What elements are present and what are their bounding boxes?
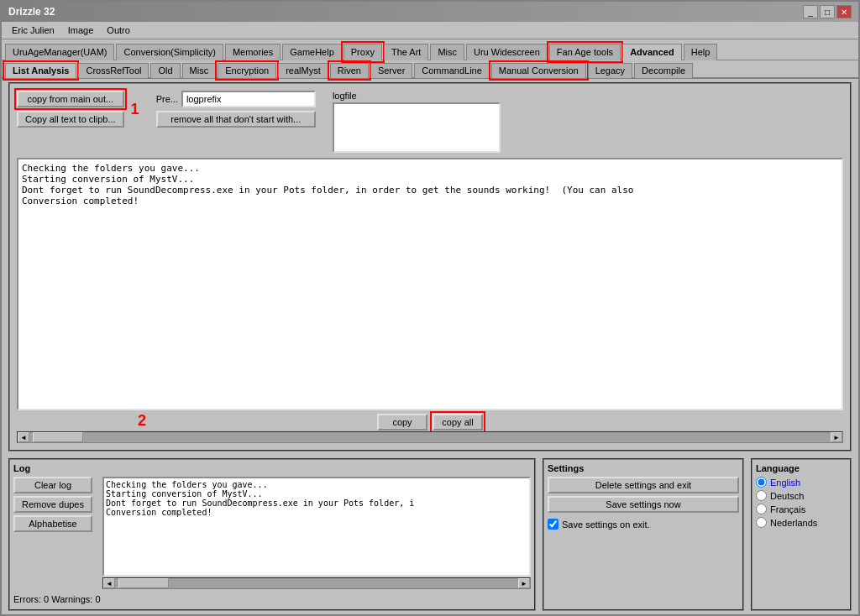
title-controls: _ □ ✕ (803, 5, 852, 18)
menu-bar: Eric Julien Image Outro (2, 22, 858, 39)
logfile-label: logfile (333, 91, 501, 101)
output-buttons-row: copy copy all 2 (17, 414, 843, 431)
log-buttons: Clear log Remove dupes Alphabetise (13, 477, 92, 589)
language-panel: Language English Deutsch Français Nederl… (751, 458, 852, 611)
save-settings-button[interactable]: Save settings now (548, 496, 739, 513)
radio-nederlands-input[interactable] (756, 517, 767, 528)
log-errors: Errors: 0 Warnings: 0 (13, 593, 531, 606)
subtab-list-analysis[interactable]: List Analysis (5, 63, 76, 78)
number-1-label: 1 (131, 101, 139, 118)
menu-eric-julien[interactable]: Eric Julien (5, 23, 61, 37)
tab-advanced[interactable]: Advanced (622, 44, 682, 60)
radio-deutsch-input[interactable] (756, 490, 767, 501)
tab-memories[interactable]: Memories (225, 44, 281, 60)
scroll-right-btn[interactable]: ► (831, 432, 842, 442)
copy-all-text-button[interactable]: Copy all text to clipb... (17, 111, 124, 128)
number-2-label: 2 (138, 412, 146, 430)
log-scroll-left[interactable]: ◄ (103, 578, 115, 588)
maximize-button[interactable]: □ (820, 5, 835, 18)
save-on-exit-row: Save settings on exit. (548, 519, 739, 530)
prefix-input[interactable] (181, 91, 316, 107)
output-container: Checking the folders you gave... Startin… (17, 158, 843, 443)
subtab-encryption[interactable]: Encryption (218, 63, 276, 78)
main-window: Drizzle 32 _ □ ✕ Eric Julien Image Outro… (0, 0, 860, 616)
close-button[interactable]: ✕ (836, 5, 852, 18)
subtab-server[interactable]: Server (370, 63, 412, 78)
copy-button[interactable]: copy (377, 414, 427, 431)
remove-dupes-button[interactable]: Remove dupes (13, 496, 92, 513)
radio-nederlands-label: Nederlands (770, 518, 817, 528)
subtab-commandline[interactable]: CommandLine (414, 63, 490, 78)
tab-uru-age-manager[interactable]: UruAgeManager(UAM) (5, 44, 114, 60)
menu-outro[interactable]: Outro (100, 23, 137, 37)
copy-from-main-out-button[interactable]: copy from main out... (17, 91, 124, 107)
menu-image[interactable]: Image (61, 23, 101, 37)
subtab-crossreftool[interactable]: CrossRefTool (78, 63, 149, 78)
tab-help[interactable]: Help (684, 44, 718, 60)
tab-uru-widescreen[interactable]: Uru Widescreen (466, 44, 548, 60)
output-text-area[interactable]: Checking the folders you gave... Startin… (17, 158, 843, 410)
log-panel: Log Clear log Remove dupes Alphabetise C… (8, 458, 536, 611)
scroll-thumb[interactable] (33, 432, 83, 442)
settings-panel: Settings Delete settings and exit Save s… (543, 458, 744, 611)
main-panel: copy from main out... Copy all text to c… (8, 82, 852, 452)
title-bar: Drizzle 32 _ □ ✕ (2, 2, 858, 22)
clear-log-button[interactable]: Clear log (13, 477, 92, 493)
save-on-exit-label: Save settings on exit. (562, 519, 650, 530)
subtab-realmyst[interactable]: realMyst (278, 63, 328, 78)
log-scrollbar[interactable]: ◄ ► (102, 577, 531, 589)
log-inner: Clear log Remove dupes Alphabetise Check… (13, 477, 531, 589)
tab-the-art[interactable]: The Art (384, 44, 428, 60)
subtab-riven[interactable]: Riven (330, 63, 369, 78)
subtab-misc[interactable]: Misc (182, 63, 217, 78)
tab-fan-age-tools[interactable]: Fan Age tools (549, 44, 621, 60)
prefix-label: Pre... (156, 94, 178, 104)
subtab-manual-conversion[interactable]: Manual Conversion (491, 63, 586, 78)
log-scroll-right[interactable]: ► (518, 578, 530, 588)
bottom-section: Log Clear log Remove dupes Alphabetise C… (2, 455, 858, 614)
radio-english-input[interactable] (756, 477, 767, 488)
output-text: Checking the folders you gave... Startin… (22, 163, 838, 206)
subtab-legacy[interactable]: Legacy (588, 63, 632, 78)
radio-francais-input[interactable] (756, 504, 767, 514)
sub-tabs: List Analysis CrossRefTool Old Misc Encr… (2, 60, 858, 79)
log-text-area[interactable]: Checking the folders you gave... Startin… (102, 477, 531, 577)
minimize-button[interactable]: _ (803, 5, 818, 18)
radio-deutsch-label: Deutsch (770, 491, 804, 501)
language-title: Language (756, 463, 847, 473)
radio-english-label: English (770, 478, 800, 488)
log-scroll-track (115, 578, 518, 588)
subtab-decompile[interactable]: Decompile (634, 63, 693, 78)
radio-deutsch: Deutsch (756, 490, 847, 501)
radio-francais-label: Français (770, 504, 805, 514)
radio-francais: Français (756, 504, 847, 514)
tab-conversion-simplicity[interactable]: Conversion(Simplicity) (116, 44, 223, 60)
horizontal-scrollbar[interactable]: ◄ ► (17, 431, 843, 443)
log-scroll-thumb[interactable] (118, 578, 169, 588)
radio-nederlands: Nederlands (756, 517, 847, 528)
settings-title: Settings (548, 463, 739, 473)
tab-proxy[interactable]: Proxy (343, 44, 382, 60)
delete-settings-button[interactable]: Delete settings and exit (548, 477, 739, 493)
scroll-left-btn[interactable]: ◄ (18, 432, 29, 442)
alphabetise-button[interactable]: Alphabetise (13, 515, 92, 532)
window-title: Drizzle 32 (8, 6, 55, 18)
radio-english: English (756, 477, 847, 488)
log-text: Checking the folders you gave... Startin… (106, 480, 527, 517)
scroll-track (29, 432, 831, 442)
log-title: Log (13, 463, 531, 473)
save-on-exit-checkbox[interactable] (548, 519, 558, 530)
controls-row: copy from main out... Copy all text to c… (17, 91, 843, 153)
main-tabs: UruAgeManager(UAM) Conversion(Simplicity… (2, 39, 858, 60)
tab-misc[interactable]: Misc (430, 44, 464, 60)
tab-gamehelp[interactable]: GameHelp (282, 44, 342, 60)
copy-all-button[interactable]: copy all (433, 414, 483, 431)
logfile-box (333, 102, 501, 153)
remove-btn[interactable]: remove all that don't start with... (156, 111, 316, 128)
subtab-old[interactable]: Old (150, 63, 180, 78)
